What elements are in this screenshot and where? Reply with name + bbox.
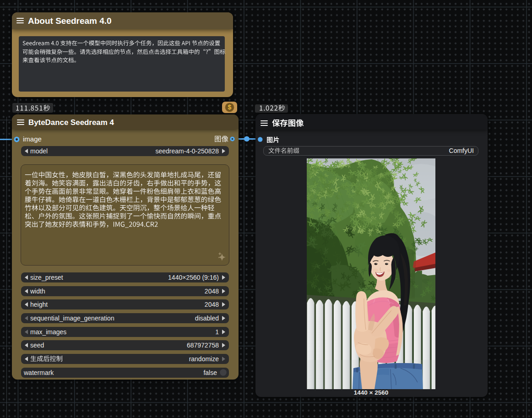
svg-text:$: $: [228, 103, 231, 111]
